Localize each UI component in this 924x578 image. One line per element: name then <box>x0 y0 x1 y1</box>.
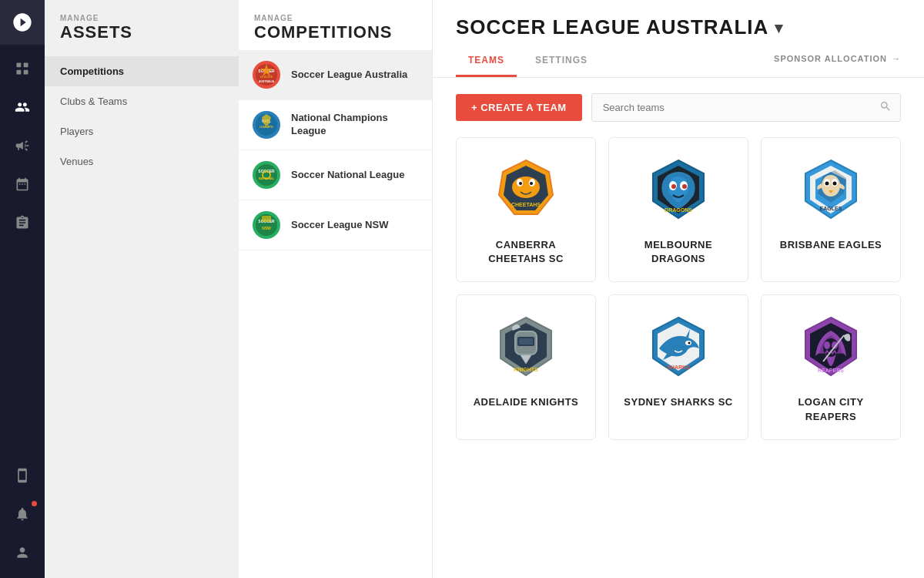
svg-rect-52 <box>519 338 533 344</box>
svg-rect-23 <box>262 216 271 222</box>
svg-point-29 <box>519 182 522 185</box>
icon-navigation <box>0 0 45 578</box>
svg-point-30 <box>530 182 533 185</box>
nav-calendar[interactable] <box>0 165 45 203</box>
nav-dashboard[interactable] <box>0 49 45 88</box>
team-name-canberra-cheetahs: CANBERRA CHEETAHS SC <box>469 238 583 266</box>
team-name-sydney-sharks: SYDNEY SHARKS SC <box>624 395 732 409</box>
assets-nav-venues[interactable]: Venues <box>45 146 239 176</box>
comp-name-national-champions: National Champions League <box>291 112 420 138</box>
assets-nav: Competitions Clubs & Teams Players Venue… <box>45 50 239 183</box>
comp-soccer-league-australia[interactable]: SOCCER LEAGUE AUSTRALIA Soccer League Au… <box>239 50 432 100</box>
svg-text:KNIGHTS: KNIGHTS <box>514 367 538 372</box>
competitions-title: COMPETITIONS <box>254 22 417 42</box>
svg-point-44 <box>825 182 829 186</box>
competitions-manage-label: MANAGE <box>254 14 417 22</box>
svg-point-36 <box>671 184 676 189</box>
team-name-logan-reapers: LOGAN CITY REAPERS <box>774 395 888 423</box>
svg-text:EAGLES: EAGLES <box>820 206 842 211</box>
svg-rect-1 <box>24 63 28 68</box>
svg-rect-2 <box>17 70 22 75</box>
svg-point-62 <box>824 341 830 349</box>
svg-text:AUSTRALIA: AUSTRALIA <box>259 80 275 83</box>
league-chevron-icon: ▾ <box>775 18 783 37</box>
team-card-sydney-sharks[interactable]: SHARKS SYDNEY SHARKS SC <box>608 294 748 439</box>
comp-name-soccer-league-australia: Soccer League Australia <box>291 69 407 82</box>
tab-settings[interactable]: SETTINGS <box>523 49 600 77</box>
team-logo-logan-reapers: REAPERS <box>796 314 865 383</box>
comp-national-champions-league[interactable]: NATL CHAMPS National Champions League <box>239 100 432 150</box>
arrow-right-icon: → <box>892 54 901 63</box>
main-header: SOCCER LEAGUE AUSTRALIA ▾ TEAMS SETTINGS… <box>433 0 924 78</box>
team-logo-adelaide-knights: KNIGHTS <box>491 314 561 383</box>
comp-logo-soccer-nsw: SOCCER NSW <box>251 210 282 240</box>
create-team-button[interactable]: + CREATE A TEAM <box>456 94 582 121</box>
svg-point-37 <box>682 184 687 189</box>
svg-text:LEAGUE: LEAGUE <box>260 75 273 79</box>
svg-rect-0 <box>17 63 22 68</box>
assets-title: ASSETS <box>60 22 223 42</box>
comp-name-soccer-nsw: Soccer League NSW <box>291 219 388 232</box>
svg-point-45 <box>833 182 837 186</box>
team-name-melbourne-dragons: MELBOURNE DRAGONS <box>621 238 735 266</box>
nav-announcements[interactable] <box>0 126 45 165</box>
comp-soccer-league-nsw[interactable]: SOCCER NSW Soccer League NSW <box>239 200 432 250</box>
nav-notifications[interactable] <box>0 495 45 533</box>
comp-logo-soccer-national: SOCCER NATIONAL <box>251 160 282 190</box>
assets-panel: MANAGE ASSETS Competitions Clubs & Teams… <box>45 0 239 578</box>
team-logo-sydney-sharks: SHARKS <box>644 314 713 383</box>
team-card-canberra-cheetahs[interactable]: CHEETAHS CANBERRA CHEETAHS SC <box>456 137 596 282</box>
assets-manage-label: MANAGE <box>60 14 223 22</box>
svg-rect-3 <box>24 70 28 75</box>
app-logo[interactable] <box>0 0 45 45</box>
comp-name-soccer-national: Soccer National League <box>291 169 404 182</box>
nav-clipboard[interactable] <box>0 203 45 242</box>
svg-text:SHARKS: SHARKS <box>667 365 690 370</box>
search-box <box>591 93 901 122</box>
svg-text:DRAGONS: DRAGONS <box>665 207 692 213</box>
competitions-panel: MANAGE COMPETITIONS SOCCER LEAGUE AUSTRA… <box>239 0 433 578</box>
search-icon <box>879 100 892 116</box>
sponsor-allocation-link[interactable]: SPONSOR ALLOCATION → <box>774 54 901 72</box>
tabs-bar: TEAMS SETTINGS SPONSOR ALLOCATION → <box>456 49 901 77</box>
team-logo-brisbane-eagles: EAGLES <box>796 156 865 226</box>
team-logo-canberra-cheetahs: CHEETAHS <box>491 156 561 226</box>
team-card-melbourne-dragons[interactable]: DRAGONS MELBOURNE DRAGONS <box>608 137 748 282</box>
svg-text:CHEETAHS: CHEETAHS <box>511 202 541 207</box>
competitions-list: SOCCER LEAGUE AUSTRALIA Soccer League Au… <box>239 50 432 250</box>
team-card-logan-reapers[interactable]: REAPERS LOGAN CITY REAPERS <box>761 294 901 439</box>
team-name-brisbane-eagles: BRISBANE EAGLES <box>780 238 882 252</box>
assets-nav-competitions[interactable]: Competitions <box>45 56 239 86</box>
svg-point-26 <box>512 176 540 198</box>
tab-teams[interactable]: TEAMS <box>456 49 517 77</box>
team-logo-melbourne-dragons: DRAGONS <box>644 156 713 226</box>
svg-point-15 <box>256 164 277 186</box>
toolbar: + CREATE A TEAM <box>456 93 901 122</box>
comp-logo-national-champions: NATL CHAMPS <box>251 109 282 140</box>
nav-users[interactable] <box>0 88 45 126</box>
competitions-header: MANAGE COMPETITIONS <box>239 0 432 50</box>
content-area: + CREATE A TEAM <box>433 78 924 578</box>
svg-point-57 <box>688 342 691 344</box>
main-content: SOCCER LEAGUE AUSTRALIA ▾ TEAMS SETTINGS… <box>433 0 924 578</box>
team-card-adelaide-knights[interactable]: KNIGHTS ADELAIDE KNIGHTS <box>456 294 596 439</box>
svg-text:NSW: NSW <box>262 226 271 230</box>
team-card-brisbane-eagles[interactable]: EAGLES BRISBANE EAGLES <box>761 137 901 282</box>
teams-grid: CHEETAHS CANBERRA CHEETAHS SC <box>456 137 901 440</box>
comp-logo-soccer-league-australia: SOCCER LEAGUE AUSTRALIA <box>251 59 282 90</box>
assets-nav-players[interactable]: Players <box>45 116 239 146</box>
team-name-adelaide-knights: ADELAIDE KNIGHTS <box>474 395 579 409</box>
league-title[interactable]: SOCCER LEAGUE AUSTRALIA ▾ <box>456 15 901 39</box>
svg-text:REAPERS: REAPERS <box>818 368 844 373</box>
assets-header: MANAGE ASSETS <box>45 0 239 50</box>
league-title-text: SOCCER LEAGUE AUSTRALIA <box>456 15 768 39</box>
nav-mobile[interactable] <box>0 456 45 495</box>
search-input[interactable] <box>591 93 901 122</box>
nav-profile[interactable] <box>0 533 45 572</box>
assets-nav-clubs-teams[interactable]: Clubs & Teams <box>45 86 239 116</box>
comp-soccer-national-league[interactable]: SOCCER NATIONAL Soccer National League <box>239 150 432 200</box>
